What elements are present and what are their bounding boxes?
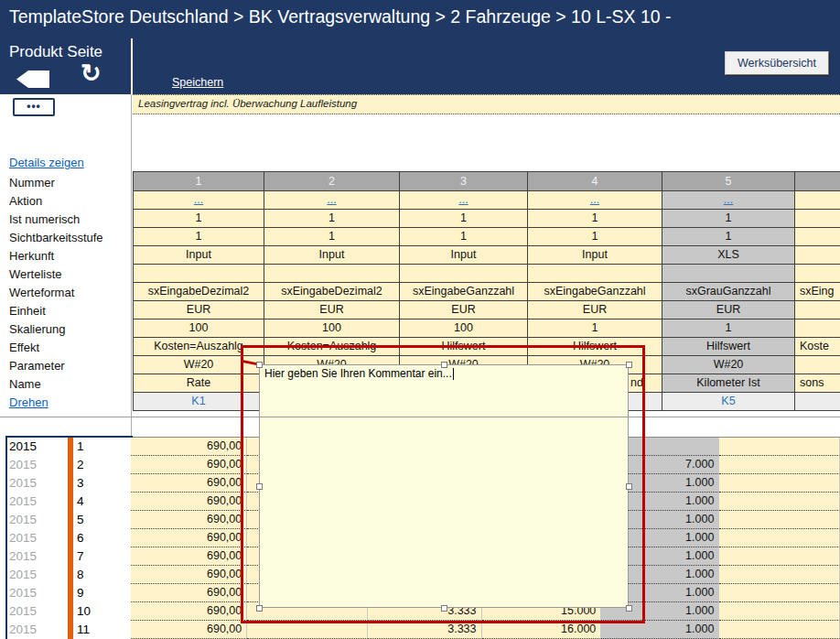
grid-cell-r3-c1[interactable]: 690,00 bbox=[131, 474, 247, 493]
cell-drehen-col1[interactable]: K1 bbox=[134, 393, 264, 411]
resize-handle-5[interactable] bbox=[256, 605, 263, 612]
cell-aktion-col1[interactable]: ... bbox=[134, 191, 264, 210]
details-zeigen-link[interactable]: Details zeigen bbox=[9, 156, 84, 169]
year-cell: 2015 bbox=[9, 547, 37, 566]
cell-aktion-col5[interactable]: ... bbox=[662, 191, 795, 210]
panel-divider-lower bbox=[131, 94, 132, 437]
grid-cell-r7-c1[interactable]: 690,00 bbox=[131, 547, 247, 566]
cell-ist_numerisch-col4: 1 bbox=[528, 210, 662, 228]
cell-ist_numerisch-col1: 1 bbox=[134, 210, 264, 228]
cell-aktion-col3[interactable]: ... bbox=[400, 191, 528, 210]
cell-werteliste-col5 bbox=[662, 265, 795, 283]
grid-cell-r2-c6[interactable] bbox=[719, 456, 840, 474]
werksuebersicht-button[interactable]: Werksübersicht bbox=[725, 51, 829, 75]
cell-einheit-col4: EUR bbox=[528, 301, 662, 320]
drehen-link[interactable]: Drehen bbox=[9, 394, 48, 412]
top-banner: TemplateStore Deutschland > BK Vertragsv… bbox=[0, 0, 840, 94]
text-cursor bbox=[453, 368, 454, 380]
cell-name-col5: Kilometer Ist bbox=[662, 374, 795, 393]
grid-cell-r10-c1[interactable]: 690,00 bbox=[131, 602, 247, 621]
grid-cell-r6-c1[interactable]: 690,00 bbox=[131, 529, 247, 547]
grid-cell-r1-c1[interactable]: 690,00 bbox=[131, 438, 247, 456]
grid-cell-r6-c6[interactable] bbox=[719, 529, 840, 547]
resize-handle-4[interactable] bbox=[626, 483, 632, 490]
cell-aktion-col2[interactable]: ... bbox=[264, 191, 400, 210]
resize-handle-1[interactable] bbox=[441, 362, 447, 368]
cell-ist_numerisch-col6 bbox=[795, 210, 840, 228]
resize-handle-2[interactable] bbox=[626, 362, 632, 368]
row-number-cell: 7 bbox=[77, 547, 84, 566]
resize-handle-0[interactable] bbox=[256, 362, 263, 368]
row-number-cell: 2 bbox=[77, 456, 84, 474]
grid-cell-r11-c2[interactable] bbox=[247, 621, 368, 639]
resize-handle-7[interactable] bbox=[626, 605, 632, 612]
cell-werteliste-col4 bbox=[528, 265, 662, 283]
grid-cell-r9-c1[interactable]: 690,00 bbox=[131, 584, 247, 602]
grid-cell-r8-c6[interactable] bbox=[719, 566, 840, 584]
grid-cell-r7-c6[interactable] bbox=[719, 547, 840, 566]
back-arrow-icon[interactable] bbox=[16, 70, 49, 88]
cell-drehen-col6 bbox=[795, 393, 840, 411]
grid-cell-r1-c6[interactable] bbox=[719, 438, 840, 456]
grid-cell-r5-c6[interactable] bbox=[719, 511, 840, 529]
grid-cell-r11-c3[interactable]: 3.333 bbox=[368, 621, 482, 639]
grid-cell-r2-c1[interactable]: 690,00 bbox=[131, 456, 247, 474]
cell-werteliste-col3 bbox=[400, 265, 528, 283]
row-label-werteliste: Werteliste bbox=[9, 265, 62, 284]
cell-skalierung-col4: 1 bbox=[528, 320, 662, 338]
row-number-cell: 5 bbox=[77, 511, 84, 529]
row-label-parameter: Parameter bbox=[9, 357, 65, 375]
year-cell: 2015 bbox=[9, 566, 37, 584]
cell-skalierung-col1: 100 bbox=[134, 320, 264, 338]
cell-effekt-col5: Hilfswert bbox=[662, 338, 795, 356]
resize-handle-3[interactable] bbox=[256, 483, 263, 490]
grid-cell-r4-c6[interactable] bbox=[719, 493, 840, 511]
ellipsis-menu-button[interactable]: ••• bbox=[13, 98, 55, 116]
column-header-6 bbox=[795, 172, 840, 191]
save-link[interactable]: Speichern bbox=[172, 76, 223, 89]
grid-cell-r4-c1[interactable]: 690,00 bbox=[131, 493, 247, 511]
year-cell: 2015 bbox=[9, 584, 37, 602]
year-cell: 2015 bbox=[9, 529, 37, 547]
cell-sichtbarkeitsstufe-col4: 1 bbox=[528, 228, 662, 246]
row-label-einheit: Einheit bbox=[9, 302, 46, 320]
app-window: TemplateStore Deutschland > BK Vertragsv… bbox=[0, 0, 840, 639]
cell-herkunft-col6 bbox=[795, 246, 840, 265]
cell-skalierung-col6 bbox=[795, 320, 840, 338]
cell-effekt-col3: Hilfswert bbox=[400, 338, 528, 356]
grid-cell-r8-c1[interactable]: 690,00 bbox=[131, 566, 247, 584]
grid-cell-r11-c4[interactable]: 16.000 bbox=[482, 621, 602, 639]
grid-cell-r5-c1[interactable]: 690,00 bbox=[131, 511, 247, 529]
resize-handle-6[interactable] bbox=[441, 605, 447, 612]
comment-textbox[interactable]: Hier geben Sie Ihren Kommentar ein... bbox=[259, 364, 629, 608]
row-label-skalierung: Skalierung bbox=[9, 320, 65, 339]
row-number-cell: 4 bbox=[77, 493, 84, 511]
panel-divider bbox=[131, 38, 133, 94]
pane-split-line bbox=[0, 417, 840, 417]
grid-cell-r10-c6[interactable] bbox=[719, 602, 840, 621]
row-number-cell: 11 bbox=[77, 621, 90, 639]
row-label-sichtbarkeitsstufe: Sichtbarkeitsstufe bbox=[9, 229, 103, 247]
row-label-name: Name bbox=[9, 375, 41, 394]
breadcrumb-title: TemplateStore Deutschland > BK Vertragsv… bbox=[9, 6, 672, 27]
cell-werteformat-col2: sxEingabeDezimal2 bbox=[264, 283, 400, 301]
refresh-icon[interactable]: ↻ bbox=[81, 59, 102, 88]
row-label-werteformat: Werteformat bbox=[9, 284, 74, 302]
column-header-5: 5 bbox=[662, 172, 795, 191]
grid-cell-r11-c1[interactable]: 690,00 bbox=[131, 621, 247, 639]
comment-text: Hier geben Sie Ihren Kommentar ein... bbox=[264, 367, 452, 380]
cell-aktion-col4[interactable]: ... bbox=[528, 191, 662, 210]
grid-cell-r11-c6[interactable] bbox=[719, 621, 840, 639]
cell-name-col1: Rate bbox=[134, 374, 264, 393]
grid-cell-r9-c6[interactable] bbox=[719, 584, 840, 602]
cell-einheit-col5: EUR bbox=[662, 301, 795, 320]
grid-cell-r3-c6[interactable] bbox=[719, 474, 840, 493]
cell-effekt-col2: Kosten=Auszahlg bbox=[264, 338, 400, 356]
year-cell: 2015 bbox=[9, 621, 37, 639]
cell-werteliste-col2 bbox=[264, 265, 400, 283]
row-number-cell: 3 bbox=[77, 474, 84, 493]
cell-werteformat-col4: sxEingabeGanzzahl bbox=[528, 283, 662, 301]
cell-herkunft-col2: Input bbox=[264, 246, 400, 265]
cell-drehen-col5[interactable]: K5 bbox=[662, 393, 795, 411]
cell-ist_numerisch-col5: 1 bbox=[662, 210, 795, 228]
